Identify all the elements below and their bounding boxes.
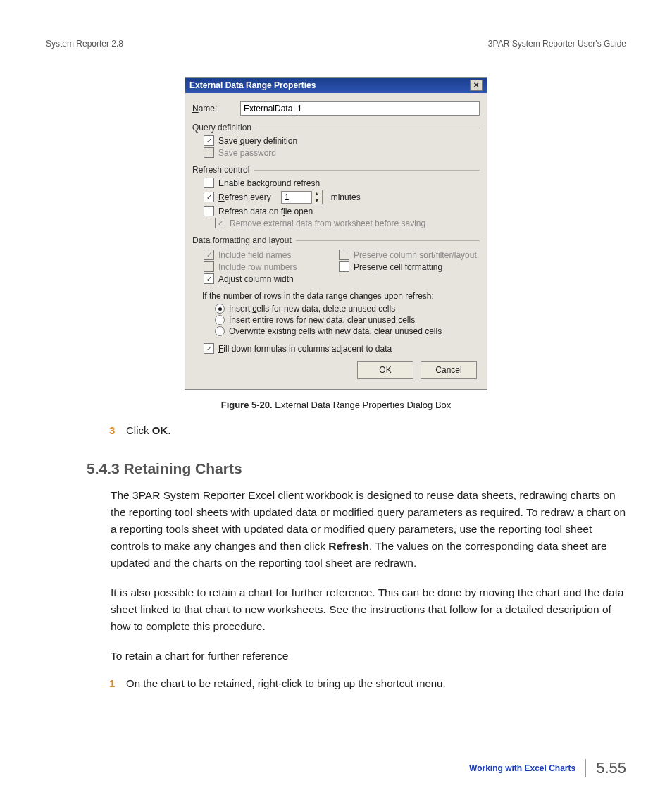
footer-link[interactable]: Working with Excel Charts <box>469 763 575 773</box>
adjust-column-width-checkbox-row[interactable]: ✓ Adjust column width <box>204 273 336 284</box>
figure-label: Figure 5-20. <box>221 400 273 410</box>
include-field-names-checkbox-row: ✓ Include field names <box>204 250 336 260</box>
dialog-button-row: OK Cancel <box>192 361 480 383</box>
checkbox-icon: ✓ <box>215 218 225 228</box>
checkbox-label: Refresh every <box>218 192 271 202</box>
checkbox-icon <box>204 147 214 158</box>
checkbox-icon: ✓ <box>204 135 214 146</box>
radio-label: Insert entire rows for new data, clear u… <box>229 315 415 325</box>
close-icon[interactable]: ✕ <box>470 80 483 91</box>
page-header: System Reporter 2.8 3PAR System Reporter… <box>46 39 626 49</box>
step-3: 3 Click OK. <box>109 424 626 436</box>
query-definition-group: Query definition ✓ Save query definition… <box>192 123 480 158</box>
radio-icon <box>215 304 225 314</box>
radio-icon <box>215 326 225 336</box>
checkbox-icon: ✓ <box>204 273 214 284</box>
minutes-label: minutes <box>331 192 361 202</box>
page-number: 5.55 <box>596 759 626 777</box>
figure-caption: Figure 5-20. External Data Range Propert… <box>46 400 626 410</box>
radio-label: Insert cells for new data, delete unused… <box>229 304 395 314</box>
checkbox-icon: ✓ <box>204 343 214 354</box>
rows-change-intro: If the number of rows in the data range … <box>202 291 480 301</box>
document-page: System Reporter 2.8 3PAR System Reporter… <box>0 0 672 807</box>
checkbox-icon <box>339 261 349 272</box>
checkbox-label: Save password <box>218 148 276 158</box>
refresh-every-row[interactable]: ✓ Refresh every ▲ ▼ minutes <box>204 190 480 204</box>
step-text: On the chart to be retained, right-click… <box>126 677 446 689</box>
step-1: 1 On the chart to be retained, right-cli… <box>109 677 626 689</box>
checkbox-icon <box>339 250 349 260</box>
checkbox-label: Fill down formulas in columns adjacent t… <box>218 344 392 354</box>
step-number: 1 <box>109 677 126 689</box>
save-password-checkbox-row: Save password <box>204 147 480 158</box>
save-query-checkbox-row[interactable]: ✓ Save query definition <box>204 135 480 146</box>
include-row-numbers-checkbox-row: Include row numbers <box>204 261 336 272</box>
checkbox-icon: ✓ <box>204 192 214 202</box>
checkbox-icon <box>204 178 214 188</box>
section-heading: 5.4.3 Retaining Charts <box>87 460 626 477</box>
checkbox-label: Remove external data from worksheet befo… <box>230 218 425 228</box>
fill-down-formulas-checkbox-row[interactable]: ✓ Fill down formulas in columns adjacent… <box>204 343 480 354</box>
name-row: Name: <box>192 101 480 116</box>
paragraph-2: It is also possible to retain a chart fo… <box>111 584 626 635</box>
step-text: Click OK. <box>126 424 170 436</box>
checkbox-label: Include field names <box>218 250 291 260</box>
checkbox-icon <box>204 206 214 216</box>
preserve-cell-formatting-checkbox-row[interactable]: Preserve cell formatting <box>339 261 480 272</box>
dialog-figure: External Data Range Properties ✕ Name: Q… <box>46 77 626 390</box>
remove-external-data-checkbox-row: ✓ Remove external data from worksheet be… <box>215 218 480 228</box>
spin-up-icon[interactable]: ▲ <box>312 190 322 197</box>
group-title: Query definition <box>192 123 251 133</box>
checkbox-label: Save query definition <box>218 136 297 146</box>
checkbox-icon: ✓ <box>204 250 214 260</box>
checkbox-icon <box>204 261 214 272</box>
cancel-button[interactable]: Cancel <box>421 361 477 379</box>
dialog-title: External Data Range Properties <box>189 80 316 90</box>
footer-separator <box>585 759 586 777</box>
checkbox-label: Preserve cell formatting <box>354 262 442 272</box>
refresh-interval-spinner[interactable]: ▲ ▼ <box>271 190 323 204</box>
group-title: Data formatting and layout <box>192 235 292 245</box>
step-number: 3 <box>109 424 126 436</box>
overwrite-cells-radio[interactable]: Overwrite existing cells with new data, … <box>215 326 480 336</box>
refresh-on-open-checkbox-row[interactable]: Refresh data on file open <box>204 206 480 216</box>
external-data-range-dialog: External Data Range Properties ✕ Name: Q… <box>185 77 487 390</box>
ok-button[interactable]: OK <box>357 361 413 379</box>
paragraph-3: To retain a chart for further reference <box>111 648 626 665</box>
dialog-body: Name: Query definition ✓ Save query defi… <box>185 93 487 389</box>
refresh-interval-input[interactable] <box>281 191 312 204</box>
checkbox-label: Include row numbers <box>218 262 297 272</box>
checkbox-label: Preserve column sort/filter/layout <box>354 250 477 260</box>
name-input[interactable] <box>240 101 480 116</box>
group-title: Refresh control <box>192 165 249 175</box>
checkbox-label: Refresh data on file open <box>218 207 313 216</box>
insert-cells-radio[interactable]: Insert cells for new data, delete unused… <box>215 304 480 314</box>
name-label: Name: <box>192 104 240 113</box>
header-right: 3PAR System Reporter User's Guide <box>488 39 626 49</box>
page-footer: Working with Excel Charts 5.55 <box>469 759 626 777</box>
radio-icon <box>215 315 225 325</box>
dialog-titlebar: External Data Range Properties ✕ <box>185 78 487 93</box>
preserve-sort-checkbox-row: Preserve column sort/filter/layout <box>339 250 480 260</box>
spin-down-icon[interactable]: ▼ <box>312 197 322 204</box>
refresh-control-group: Refresh control Enable background refres… <box>192 165 480 228</box>
figure-text: External Data Range Properties Dialog Bo… <box>275 400 451 410</box>
insert-rows-radio[interactable]: Insert entire rows for new data, clear u… <box>215 315 480 325</box>
background-refresh-checkbox-row[interactable]: Enable background refresh <box>204 178 480 188</box>
header-left: System Reporter 2.8 <box>46 39 123 49</box>
paragraph-1: The 3PAR System Reporter Excel client wo… <box>111 487 626 572</box>
data-formatting-group: Data formatting and layout ✓ Include fie… <box>192 235 480 354</box>
checkbox-label: Enable background refresh <box>218 178 320 188</box>
checkbox-label: Adjust column width <box>218 274 294 284</box>
radio-label: Overwrite existing cells with new data, … <box>229 326 442 336</box>
